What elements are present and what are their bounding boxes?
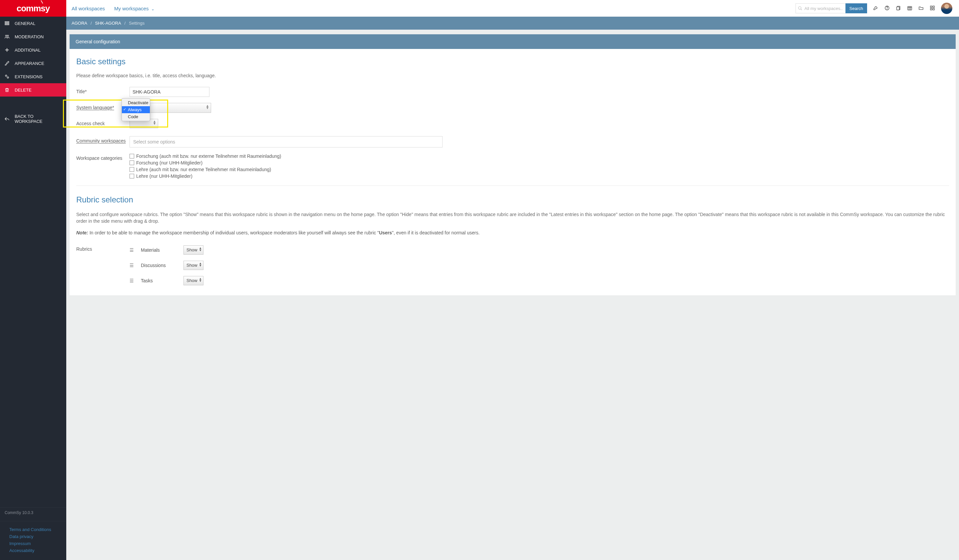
users-icon [4,34,10,39]
drag-icon[interactable]: ☰ [129,262,135,268]
rubric-select[interactable]: Show [183,245,204,255]
version-label: CommSy 10.0.3 [0,508,66,521]
row-community: Community workspaces Select some options [76,136,949,148]
sidebar-item-general[interactable]: GENERAL [0,17,66,30]
svg-point-17 [5,35,7,36]
footer-link-impressum[interactable]: Impressum [0,540,66,547]
svg-rect-16 [5,24,9,25]
divider [76,185,949,186]
sidebar-item-additional[interactable]: ADDITIONAL [0,43,66,57]
sidebar-item-moderation[interactable]: MODERATION [0,30,66,43]
breadcrumb-item[interactable]: SHK-AGORA [95,21,121,25]
svg-rect-5 [897,7,899,10]
header: comms\y All workspaces My workspaces ⌄ S… [0,0,959,17]
row-language: System language* English ▴▾ [76,103,949,113]
svg-rect-6 [908,6,912,10]
title-label: Title* [76,87,129,94]
rubric-select[interactable]: Show [183,261,204,270]
content: AGORA / SHK-AGORA / Settings General con… [66,17,959,560]
rubric-row: ☰ Tasks Show ▴▾ [129,276,204,285]
my-workspaces-link[interactable]: My workspaces ⌄ [114,6,155,11]
drag-icon[interactable]: ☰ [129,278,135,283]
panel-header: General configuration [70,34,956,49]
svg-point-21 [5,75,7,76]
row-categories: Workspace categories Forschung (auch mit… [76,153,949,179]
title-input[interactable] [129,87,209,97]
basic-settings-title: Basic settings [76,57,949,66]
access-option-code[interactable]: Code [122,113,150,120]
access-option-always[interactable]: Always [122,106,150,113]
rubric-row: ☰ Discussions Show ▴▾ [129,261,204,270]
svg-rect-12 [930,8,932,10]
panel: General configuration Basic settings Ple… [70,34,956,295]
search-button[interactable]: Search [846,3,867,13]
community-label: Community workspaces [76,136,129,143]
plus-icon [4,47,10,52]
svg-rect-10 [930,6,932,8]
rubric-select[interactable]: Show [183,276,204,285]
sidebar-item-extensions[interactable]: EXTENSIONS [0,70,66,83]
sidebar-item-back[interactable]: BACK TO WORKSPACE [0,110,66,128]
rubric-label: Rubrics [76,245,129,285]
sidebar-item-appearance[interactable]: APPEARANCE [0,57,66,70]
rubric-row: ☰ Materials Show ▴▾ [129,245,204,255]
category-checkbox[interactable]: Lehre (auch mit bzw. nur externe Teilneh… [129,167,281,172]
row-access: Access check ▴▾ [76,119,949,130]
list-icon [4,21,10,26]
footer-link-privacy[interactable]: Data privacy [0,533,66,540]
category-checkbox[interactable]: Lehre (nur UHH-Mitglieder) [129,173,281,179]
logo[interactable]: comms\y [0,0,66,17]
svg-rect-14 [5,22,9,22]
breadcrumb: AGORA / SHK-AGORA / Settings [66,17,959,30]
search-icon [798,6,803,12]
access-dropdown: Deactivate Always Code [121,98,150,121]
drag-icon[interactable]: ☰ [129,247,135,253]
svg-point-18 [7,35,9,36]
category-checkbox[interactable]: Forschung (nur UHH-Mitglieder) [129,160,281,165]
clipboard-icon[interactable] [896,5,901,12]
categories-group: Forschung (auch mit bzw. nur externe Tei… [129,153,281,179]
access-option-deactivate[interactable]: Deactivate [122,99,150,106]
svg-rect-11 [933,6,934,8]
folder-icon[interactable] [918,5,924,12]
header-right: Search [795,3,959,14]
search-box: Search [795,3,867,13]
community-multiselect[interactable]: Select some options [129,136,443,148]
sidebar-footer: CommSy 10.0.3 Terms and Conditions Data … [0,503,66,560]
footer-link-accessability[interactable]: Accessability [0,547,66,554]
svg-rect-15 [5,23,9,24]
header-nav: All workspaces My workspaces ⌄ [66,6,155,11]
svg-point-3 [887,9,887,10]
rubric-table: Rubrics ☰ Materials Show ▴▾ ☰ Di [76,245,949,285]
brush-icon [4,60,10,66]
all-workspaces-link[interactable]: All workspaces [72,6,105,11]
reply-icon [4,116,10,121]
svg-rect-13 [933,8,934,10]
rubric-note: Note: In order to be able to manage the … [76,229,949,236]
svg-point-22 [7,77,9,78]
svg-point-0 [798,7,801,10]
svg-line-1 [801,9,802,10]
qr-icon[interactable] [930,5,935,12]
search-input[interactable] [795,3,846,13]
trash-icon [4,87,10,92]
gears-icon [4,74,10,79]
categories-label: Workspace categories [76,153,129,161]
row-title: Title* [76,87,949,97]
breadcrumb-item[interactable]: AGORA [72,21,87,25]
basic-settings-desc: Please define workspace basics, i.e. tit… [76,73,949,78]
wrench-icon[interactable] [873,5,878,12]
rubric-desc: Select and configure workspace rubrics. … [76,211,949,225]
avatar[interactable] [941,3,952,14]
sidebar-item-delete[interactable]: DELETE [0,83,66,97]
calendar-icon[interactable] [907,5,913,12]
footer-link-terms[interactable]: Terms and Conditions [0,526,66,533]
rubric-title: Rubric selection [76,195,949,204]
breadcrumb-current: Settings [129,21,145,25]
sidebar: GENERAL MODERATION ADDITIONAL APPEARANCE… [0,17,66,560]
chevron-down-icon: ⌄ [150,7,155,11]
help-icon[interactable] [884,5,890,12]
category-checkbox[interactable]: Forschung (auch mit bzw. nur externe Tei… [129,153,281,159]
